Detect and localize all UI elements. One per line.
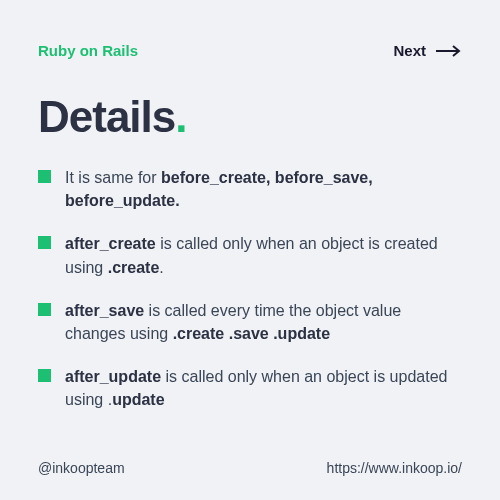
site-url: https://www.inkoop.io/ bbox=[327, 460, 462, 476]
bullet-icon bbox=[38, 369, 51, 382]
brand-label: Ruby on Rails bbox=[38, 42, 138, 59]
item-text: after_update is called only when an obje… bbox=[65, 365, 462, 411]
item-text: after_save is called every time the obje… bbox=[65, 299, 462, 345]
list-item: after_create is called only when an obje… bbox=[38, 232, 462, 278]
list-item: after_update is called only when an obje… bbox=[38, 365, 462, 411]
footer: @inkoopteam https://www.inkoop.io/ bbox=[38, 460, 462, 476]
bullet-icon bbox=[38, 303, 51, 316]
arrow-right-icon bbox=[436, 40, 462, 60]
list-item: after_save is called every time the obje… bbox=[38, 299, 462, 345]
social-handle: @inkoopteam bbox=[38, 460, 125, 476]
title-dot: . bbox=[175, 92, 187, 141]
next-label: Next bbox=[393, 42, 426, 59]
item-text: It is same for before_create, before_sav… bbox=[65, 166, 462, 212]
bullet-icon bbox=[38, 236, 51, 249]
bullet-icon bbox=[38, 170, 51, 183]
details-list: It is same for before_create, before_sav… bbox=[38, 166, 462, 412]
title-text: Details bbox=[38, 92, 175, 141]
item-text: after_create is called only when an obje… bbox=[65, 232, 462, 278]
page-title: Details. bbox=[38, 92, 462, 142]
list-item: It is same for before_create, before_sav… bbox=[38, 166, 462, 212]
next-button[interactable]: Next bbox=[393, 40, 462, 60]
header: Ruby on Rails Next bbox=[38, 40, 462, 60]
